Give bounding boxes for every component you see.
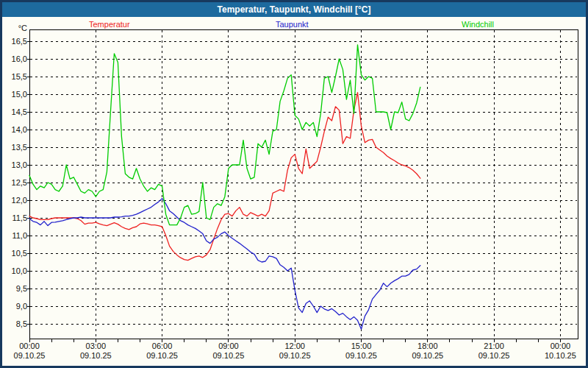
- y-tick-label: 9,0: [2, 302, 27, 311]
- y-tick-label: 12,0: [2, 196, 27, 205]
- x-tick-time-label: 00:00: [9, 342, 50, 350]
- x-tick-time-label: 12:00: [274, 342, 315, 350]
- series-line-windchill: [29, 45, 420, 225]
- x-tick-date-label: 09.10.25: [75, 351, 116, 360]
- series-line-taupunkt: [29, 199, 420, 330]
- x-tick-time-label: 09:00: [208, 342, 249, 350]
- y-tick-label: 10,0: [2, 266, 27, 275]
- x-tick-date-label: 09.10.25: [9, 351, 50, 360]
- y-tick-label: 14,0: [2, 125, 27, 134]
- x-tick-date-label: 09.10.25: [341, 351, 382, 360]
- y-tick-label: 8,5: [2, 319, 27, 328]
- y-tick-label: 13,0: [2, 160, 27, 169]
- y-tick-label: 15,5: [2, 72, 27, 81]
- y-tick-label: 14,5: [2, 107, 27, 116]
- y-tick-label: 9,5: [2, 284, 27, 293]
- series-line-temperatur: [29, 93, 420, 261]
- y-tick-label: 12,5: [2, 178, 27, 187]
- x-tick-time-label: 06:00: [142, 342, 183, 350]
- y-tick-label: 10,5: [2, 249, 27, 258]
- x-tick-date-label: 10.10.25: [539, 351, 581, 360]
- x-tick-date-label: 09.10.25: [142, 351, 183, 360]
- y-tick-label: 15,0: [2, 90, 27, 99]
- y-tick-label: 11,0: [2, 231, 27, 240]
- y-tick-label: 16,0: [2, 54, 27, 63]
- x-tick-date-label: 09.10.25: [208, 351, 249, 360]
- plot-frame: [29, 29, 578, 339]
- x-tick-time-label: 00:00: [539, 342, 581, 350]
- x-tick-time-label: 03:00: [75, 342, 116, 350]
- x-tick-time-label: 18:00: [407, 342, 448, 350]
- y-tick-label: 13,5: [2, 143, 27, 152]
- chart-plot-area: [2, 2, 586, 366]
- x-tick-date-label: 09.10.25: [407, 351, 448, 360]
- y-tick-label: 11,5: [2, 213, 27, 222]
- x-tick-time-label: 21:00: [473, 342, 514, 350]
- x-tick-date-label: 09.10.25: [473, 351, 514, 360]
- x-tick-date-label: 09.10.25: [274, 351, 315, 360]
- y-tick-label: 16,5: [2, 37, 27, 46]
- app-window: Temperatur, Taupunkt, Windchill [°C] Tem…: [0, 0, 588, 368]
- x-tick-time-label: 15:00: [341, 342, 382, 350]
